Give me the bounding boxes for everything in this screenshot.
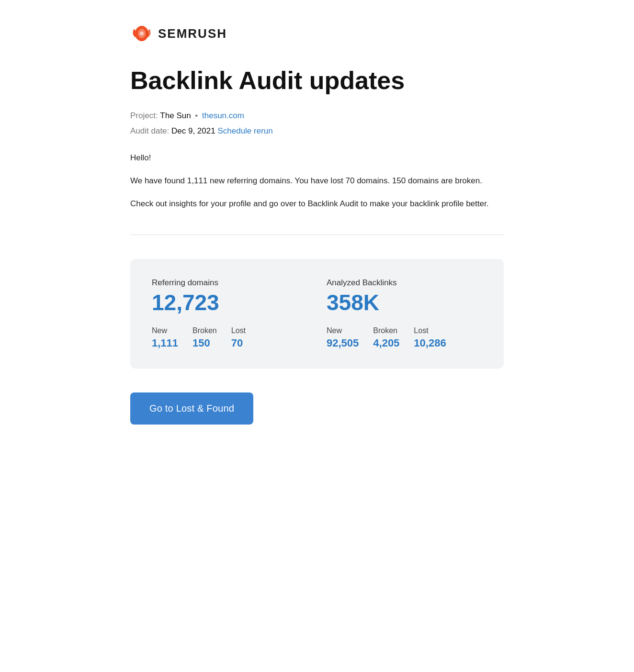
rd-broken-label: Broken: [192, 326, 217, 335]
rd-lost-label: Lost: [231, 326, 246, 335]
body-paragraph2: Check out insights for your profile and …: [130, 197, 504, 211]
logo-text: SEMRUSH: [158, 26, 227, 41]
project-name: The Sun: [160, 111, 191, 120]
greeting-text: Hello!: [130, 151, 504, 165]
referring-domains-sub-row: New 1,111 Broken 150 Lost 70: [152, 326, 307, 349]
audit-date: Dec 9, 2021: [171, 126, 215, 135]
meta-info: Project: The Sun • thesun.com Audit date…: [130, 110, 504, 137]
project-meta-line: Project: The Sun • thesun.com: [130, 110, 504, 122]
rd-new-label: New: [152, 326, 178, 335]
analyzed-backlinks-label: Analyzed Backlinks: [327, 278, 482, 288]
stats-card: Referring domains 12,723 New 1,111 Broke…: [130, 259, 504, 369]
ab-new-label: New: [327, 326, 359, 335]
rd-lost-value[interactable]: 70: [231, 337, 246, 349]
ab-lost-label: Lost: [414, 326, 446, 335]
email-container: SEMRUSH Backlink Audit updates Project: …: [102, 0, 532, 448]
page-title: Backlink Audit updates: [130, 67, 504, 94]
rd-broken-value[interactable]: 150: [192, 337, 217, 349]
section-divider: [130, 235, 504, 235]
separator-dot: •: [193, 111, 200, 120]
analyzed-backlinks-section: Analyzed Backlinks 358K New 92,505 Broke…: [327, 278, 482, 349]
ab-lost-item: Lost 10,286: [414, 326, 446, 349]
ab-broken-label: Broken: [373, 326, 399, 335]
semrush-logo-icon: [130, 24, 153, 43]
go-to-lost-found-button[interactable]: Go to Lost & Found: [130, 392, 253, 425]
analyzed-backlinks-value[interactable]: 358K: [327, 291, 482, 315]
rd-broken-item: Broken 150: [192, 326, 217, 349]
referring-domains-section: Referring domains 12,723 New 1,111 Broke…: [152, 278, 307, 349]
ab-broken-item: Broken 4,205: [373, 326, 399, 349]
audit-label: Audit date:: [130, 126, 171, 135]
referring-domains-label: Referring domains: [152, 278, 307, 288]
project-label: Project:: [130, 111, 160, 120]
schedule-rerun-link[interactable]: Schedule rerun: [215, 126, 273, 135]
audit-meta-line: Audit date: Dec 9, 2021 Schedule rerun: [130, 125, 504, 137]
ab-lost-value[interactable]: 10,286: [414, 337, 446, 349]
stats-grid: Referring domains 12,723 New 1,111 Broke…: [152, 278, 482, 349]
ab-new-value[interactable]: 92,505: [327, 337, 359, 349]
analyzed-backlinks-sub-row: New 92,505 Broken 4,205 Lost 10,286: [327, 326, 482, 349]
body-paragraph1: We have found 1,111 new referring domain…: [130, 174, 504, 188]
rd-lost-item: Lost 70: [231, 326, 246, 349]
rd-new-value[interactable]: 1,111: [152, 337, 178, 349]
rd-new-item: New 1,111: [152, 326, 178, 349]
ab-broken-value[interactable]: 4,205: [373, 337, 399, 349]
referring-domains-value[interactable]: 12,723: [152, 291, 307, 315]
logo-area: SEMRUSH: [130, 24, 504, 43]
ab-new-item: New 92,505: [327, 326, 359, 349]
project-url-link[interactable]: thesun.com: [202, 111, 244, 120]
svg-point-2: [140, 32, 144, 35]
